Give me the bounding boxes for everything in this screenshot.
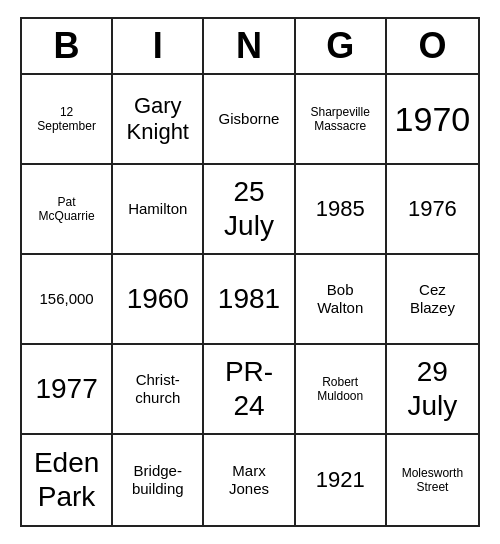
bingo-cell-3: Sharpeville Massacre: [296, 75, 387, 165]
cell-text-18: Robert Muldoon: [317, 375, 363, 404]
bingo-cell-14: Cez Blazey: [387, 255, 478, 345]
cell-text-14: Cez Blazey: [410, 281, 455, 317]
cell-text-2: Gisborne: [219, 110, 280, 128]
bingo-cell-13: Bob Walton: [296, 255, 387, 345]
bingo-cell-11: 1960: [113, 255, 204, 345]
bingo-cell-10: 156,000: [22, 255, 113, 345]
cell-text-4: 1970: [395, 99, 471, 140]
bingo-cell-1: Gary Knight: [113, 75, 204, 165]
bingo-cell-12: 1981: [204, 255, 295, 345]
bingo-cell-19: 29 July: [387, 345, 478, 435]
cell-text-22: Marx Jones: [229, 462, 269, 498]
cell-text-8: 1985: [316, 196, 365, 222]
cell-text-3: Sharpeville Massacre: [311, 105, 370, 134]
cell-text-19: 29 July: [407, 355, 457, 422]
bingo-cell-7: 25 July: [204, 165, 295, 255]
bingo-card: BINGO 12 SeptemberGary KnightGisborneSha…: [20, 17, 480, 527]
cell-text-20: Eden Park: [34, 446, 99, 513]
bingo-cell-20: Eden Park: [22, 435, 113, 525]
header-letter-n: N: [204, 19, 295, 73]
bingo-grid: 12 SeptemberGary KnightGisborneSharpevil…: [22, 75, 478, 525]
bingo-cell-0: 12 September: [22, 75, 113, 165]
cell-text-10: 156,000: [39, 290, 93, 308]
bingo-cell-24: Molesworth Street: [387, 435, 478, 525]
cell-text-12: 1981: [218, 282, 280, 316]
cell-text-5: Pat McQuarrie: [39, 195, 95, 224]
cell-text-13: Bob Walton: [317, 281, 363, 317]
cell-text-9: 1976: [408, 196, 457, 222]
bingo-cell-8: 1985: [296, 165, 387, 255]
cell-text-23: 1921: [316, 467, 365, 493]
header-letter-o: O: [387, 19, 478, 73]
bingo-cell-5: Pat McQuarrie: [22, 165, 113, 255]
bingo-cell-6: Hamilton: [113, 165, 204, 255]
cell-text-21: Bridge- building: [132, 462, 184, 498]
cell-text-7: 25 July: [224, 175, 274, 242]
cell-text-16: Christ- church: [135, 371, 180, 407]
bingo-cell-4: 1970: [387, 75, 478, 165]
bingo-cell-2: Gisborne: [204, 75, 295, 165]
cell-text-15: 1977: [35, 372, 97, 406]
bingo-cell-17: PR- 24: [204, 345, 295, 435]
cell-text-17: PR- 24: [225, 355, 273, 422]
cell-text-1: Gary Knight: [127, 93, 189, 146]
header-letter-b: B: [22, 19, 113, 73]
bingo-cell-9: 1976: [387, 165, 478, 255]
bingo-cell-15: 1977: [22, 345, 113, 435]
bingo-cell-18: Robert Muldoon: [296, 345, 387, 435]
cell-text-11: 1960: [127, 282, 189, 316]
cell-text-0: 12 September: [37, 105, 96, 134]
bingo-cell-23: 1921: [296, 435, 387, 525]
cell-text-6: Hamilton: [128, 200, 187, 218]
bingo-cell-21: Bridge- building: [113, 435, 204, 525]
header-letter-i: I: [113, 19, 204, 73]
cell-text-24: Molesworth Street: [402, 466, 463, 495]
bingo-header: BINGO: [22, 19, 478, 75]
bingo-cell-16: Christ- church: [113, 345, 204, 435]
bingo-cell-22: Marx Jones: [204, 435, 295, 525]
header-letter-g: G: [296, 19, 387, 73]
